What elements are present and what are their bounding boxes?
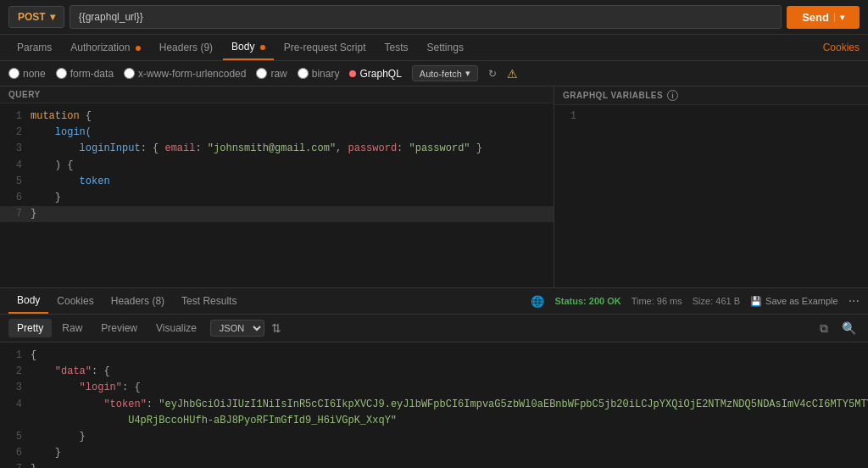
cookies-link[interactable]: Cookies	[823, 42, 860, 53]
format-select[interactable]: JSON XML HTML Text	[210, 320, 264, 337]
option-binary[interactable]: binary	[298, 68, 340, 80]
save-example-button[interactable]: 💾 Save as Example	[750, 296, 838, 307]
response-tabs-row: Body Cookies Headers (8) Test Results 🌐 …	[0, 288, 868, 315]
graphql-dot	[349, 70, 356, 77]
resp-line-5: 5 }	[0, 429, 868, 445]
option-none[interactable]: none	[8, 68, 46, 80]
body-dot	[260, 45, 265, 50]
format-options-icon[interactable]: ⇅	[271, 321, 281, 335]
resp-tab-body[interactable]: Body	[8, 288, 48, 314]
query-line-2: 2 login(	[0, 125, 554, 141]
top-bar: POST ▾ Send ▾	[0, 0, 868, 35]
autofetch-arrow-icon: ▾	[465, 68, 470, 79]
resp-tab-test-results[interactable]: Test Results	[173, 289, 245, 313]
authorization-dot	[136, 46, 141, 51]
option-form-data[interactable]: form-data	[56, 68, 114, 80]
fmt-raw[interactable]: Raw	[53, 319, 91, 337]
resp-status-area: 🌐 Status: 200 OK Time: 96 ms Size: 461 B…	[531, 293, 860, 309]
option-urlencoded[interactable]: x-www-form-urlencoded	[124, 68, 246, 80]
status-ok-badge: Status: 200 OK	[554, 296, 620, 306]
tab-authorization[interactable]: Authorization	[62, 36, 148, 59]
tab-headers[interactable]: Headers (9)	[151, 36, 221, 59]
resp-line-4a: 4 "token": "eyJhbGciOiJIUzI1NiIsInR5cCI6…	[0, 397, 868, 413]
autofetch-button[interactable]: Auto-fetch ▾	[412, 65, 478, 81]
query-label: QUERY	[0, 86, 554, 103]
tab-settings[interactable]: Settings	[419, 36, 472, 59]
query-line-1: 1 mutation {	[0, 109, 554, 125]
query-panel: QUERY 1 mutation { 2 login( 3 loginInput…	[0, 86, 554, 287]
method-select[interactable]: POST ▾	[8, 6, 64, 28]
warning-icon: ⚠	[507, 67, 518, 81]
send-arrow-icon[interactable]: ▾	[834, 13, 844, 22]
search-response-button[interactable]: 🔍	[838, 320, 860, 337]
resp-time: Time: 96 ms	[632, 296, 682, 306]
query-editor[interactable]: 1 mutation { 2 login( 3 loginInput: { em…	[0, 103, 554, 287]
tab-pre-request[interactable]: Pre-request Script	[275, 36, 375, 59]
body-options-row: none form-data x-www-form-urlencoded raw…	[0, 61, 868, 86]
query-line-6: 6 }	[0, 190, 554, 206]
graphql-vars-editor[interactable]: 1	[554, 105, 868, 287]
query-line-4: 4 ) {	[0, 158, 554, 174]
method-arrow: ▾	[50, 11, 55, 23]
resp-line-1: 1 {	[0, 348, 868, 364]
method-label: POST	[18, 11, 46, 23]
resp-size: Size: 461 B	[693, 296, 740, 306]
response-code-editor[interactable]: 1 { 2 "data": { 3 "login": { 4 "token": …	[0, 343, 868, 468]
resp-line-7: 7 }	[0, 461, 868, 468]
query-line-7: 7 }	[0, 206, 554, 222]
query-line-3: 3 loginInput: { email: "johnsmith@gmail.…	[0, 141, 554, 157]
vars-line-1: 1	[554, 110, 868, 122]
copy-response-button[interactable]: ⧉	[816, 320, 832, 337]
resp-line-2: 2 "data": {	[0, 364, 868, 380]
option-graphql[interactable]: GraphQL	[349, 68, 401, 80]
resp-line-3: 3 "login": {	[0, 380, 868, 396]
globe-icon: 🌐	[531, 295, 544, 308]
query-line-5: 5 token	[0, 174, 554, 190]
tab-body[interactable]: Body	[223, 35, 274, 60]
tab-params[interactable]: Params	[8, 36, 60, 59]
resp-tab-headers[interactable]: Headers (8)	[103, 289, 173, 313]
more-options-icon[interactable]: ···	[849, 293, 860, 309]
editor-area: QUERY 1 mutation { 2 login( 3 loginInput…	[0, 86, 868, 288]
fmt-visualize[interactable]: Visualize	[147, 319, 205, 337]
resp-line-6: 6 }	[0, 445, 868, 461]
resp-line-4b: U4pRjBccoHUfh-aBJ8PyoRFImGfId9_H6iVGpK_X…	[0, 413, 868, 429]
resp-format-row: Pretty Raw Preview Visualize JSON XML HT…	[0, 315, 868, 343]
resp-tab-cookies[interactable]: Cookies	[48, 289, 102, 313]
fmt-pretty[interactable]: Pretty	[8, 319, 52, 337]
option-raw[interactable]: raw	[256, 68, 287, 80]
info-icon[interactable]: i	[667, 90, 678, 101]
tab-tests[interactable]: Tests	[376, 36, 417, 59]
send-label: Send	[802, 11, 829, 24]
resp-action-icons: ⧉ 🔍	[816, 320, 860, 337]
request-tabs: Params Authorization Headers (9) Body Pr…	[0, 35, 868, 61]
response-area: Body Cookies Headers (8) Test Results 🌐 …	[0, 288, 868, 468]
url-input[interactable]	[70, 5, 782, 29]
graphql-variables-panel: GRAPHQL VARIABLES i 1	[554, 86, 868, 287]
fmt-preview[interactable]: Preview	[92, 319, 146, 337]
save-icon: 💾	[750, 296, 762, 307]
send-button[interactable]: Send ▾	[787, 6, 860, 29]
graphql-vars-label: GRAPHQL VARIABLES i	[554, 86, 868, 105]
refresh-icon[interactable]: ↻	[488, 68, 497, 80]
